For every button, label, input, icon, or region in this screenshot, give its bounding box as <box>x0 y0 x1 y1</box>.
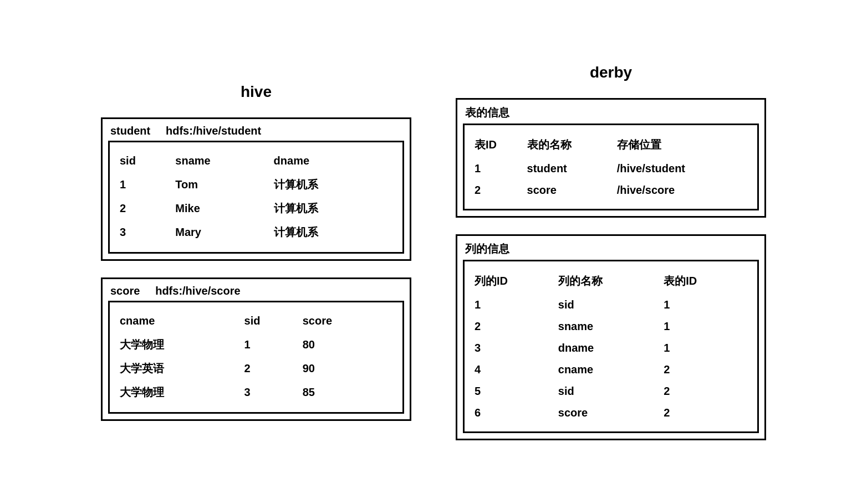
hive-student-col-sid: sid <box>120 150 175 173</box>
table-cell: 计算机系 <box>274 220 392 244</box>
table-cell: 2 <box>664 402 747 424</box>
table-cell: 2 <box>475 179 527 201</box>
derby-tableinfo-col-name: 表的名称 <box>527 133 617 158</box>
table-cell: 1 <box>664 294 747 316</box>
table-cell: sname <box>558 316 664 337</box>
hive-section: hive student hdfs:/hive/student sid snam… <box>101 83 411 421</box>
table-cell: 5 <box>475 380 558 402</box>
table-cell: 1 <box>244 333 303 357</box>
table-cell: 2 <box>244 357 303 380</box>
derby-tableinfo-outer-box: 表的信息 表ID 表的名称 存储位置 1student/hive/student… <box>456 98 766 218</box>
table-cell: sid <box>558 294 664 316</box>
table-row: 大学物理180 <box>120 333 392 357</box>
table-cell: /hive/student <box>617 158 747 179</box>
table-cell: student <box>527 158 617 179</box>
hive-score-header-row: cname sid score <box>120 310 392 333</box>
table-cell: 2 <box>664 359 747 380</box>
table-row: 3Mary计算机系 <box>120 220 392 244</box>
table-cell: 2 <box>120 197 175 220</box>
hive-student-table: sid sname dname 1Tom计算机系2Mike计算机系3Mary计算… <box>120 150 392 244</box>
table-cell: 2 <box>664 380 747 402</box>
table-row: 4cname2 <box>475 359 747 380</box>
derby-colinfo-outer-box: 列的信息 列的ID 列的名称 表的ID 1sid12sname13dname14… <box>456 234 766 440</box>
derby-tableinfo-col-id: 表ID <box>475 133 527 158</box>
table-row: 2sname1 <box>475 316 747 337</box>
table-row: 5sid2 <box>475 380 747 402</box>
hive-student-group: student hdfs:/hive/student sid sname dna… <box>101 117 411 261</box>
hive-student-outer-box: student hdfs:/hive/student sid sname dna… <box>101 117 411 261</box>
table-cell: 6 <box>475 402 558 424</box>
derby-tableinfo-group: 表的信息 表ID 表的名称 存储位置 1student/hive/student… <box>456 98 766 218</box>
derby-tableinfo-inner-box: 表ID 表的名称 存储位置 1student/hive/student2scor… <box>463 124 759 210</box>
table-cell: 1 <box>664 316 747 337</box>
table-row: 大学英语290 <box>120 357 392 380</box>
table-row: 2score/hive/score <box>475 179 747 201</box>
table-cell: 1 <box>664 337 747 359</box>
hive-score-col-cname: cname <box>120 310 244 333</box>
hive-student-header-row: sid sname dname <box>120 150 392 173</box>
table-cell: 80 <box>303 333 392 357</box>
hive-score-group: score hdfs:/hive/score cname sid score 大… <box>101 277 411 421</box>
hive-score-table: cname sid score 大学物理180大学英语290大学物理385 <box>120 310 392 404</box>
table-cell: 大学英语 <box>120 357 244 380</box>
derby-title: derby <box>590 64 632 81</box>
derby-colinfo-table: 列的ID 列的名称 表的ID 1sid12sname13dname14cname… <box>475 269 747 424</box>
derby-tableinfo-label: 表的信息 <box>463 105 759 120</box>
derby-colinfo-label: 列的信息 <box>463 241 759 256</box>
table-cell: sid <box>558 380 664 402</box>
table-cell: 1 <box>120 173 175 197</box>
table-row: 2Mike计算机系 <box>120 197 392 220</box>
hive-score-inner-box: cname sid score 大学物理180大学英语290大学物理385 <box>108 301 404 414</box>
table-cell: /hive/score <box>617 179 747 201</box>
derby-colinfo-header-row: 列的ID 列的名称 表的ID <box>475 269 747 294</box>
derby-tableinfo-table: 表ID 表的名称 存储位置 1student/hive/student2scor… <box>475 133 747 201</box>
table-cell: 计算机系 <box>274 197 392 220</box>
derby-colinfo-group: 列的信息 列的ID 列的名称 表的ID 1sid12sname13dname14… <box>456 234 766 440</box>
derby-colinfo-col-id: 列的ID <box>475 269 558 294</box>
table-cell: Mary <box>175 220 273 244</box>
table-row: 6score2 <box>475 402 747 424</box>
derby-colinfo-col-name: 列的名称 <box>558 269 664 294</box>
table-row: 1Tom计算机系 <box>120 173 392 197</box>
derby-colinfo-col-tableid: 表的ID <box>664 269 747 294</box>
derby-colinfo-inner-box: 列的ID 列的名称 表的ID 1sid12sname13dname14cname… <box>463 260 759 433</box>
table-cell: 1 <box>475 158 527 179</box>
table-cell: score <box>558 402 664 424</box>
table-cell: 85 <box>303 380 392 404</box>
table-cell: 1 <box>475 294 558 316</box>
derby-tableinfo-col-path: 存储位置 <box>617 133 747 158</box>
table-cell: 2 <box>475 316 558 337</box>
hive-score-label: score hdfs:/hive/score <box>108 285 404 297</box>
derby-tableinfo-header-row: 表ID 表的名称 存储位置 <box>475 133 747 158</box>
hive-student-inner-box: sid sname dname 1Tom计算机系2Mike计算机系3Mary计算… <box>108 141 404 254</box>
table-cell: 3 <box>244 380 303 404</box>
table-row: 1student/hive/student <box>475 158 747 179</box>
hive-score-col-score: score <box>303 310 392 333</box>
hive-title: hive <box>241 83 272 101</box>
table-cell: 3 <box>120 220 175 244</box>
table-cell: score <box>527 179 617 201</box>
hive-score-col-sid: sid <box>244 310 303 333</box>
derby-section: derby 表的信息 表ID 表的名称 存储位置 1student/hive/s… <box>456 64 766 440</box>
table-cell: 3 <box>475 337 558 359</box>
table-cell: Mike <box>175 197 273 220</box>
hive-student-label: student hdfs:/hive/student <box>108 125 404 137</box>
table-cell: 90 <box>303 357 392 380</box>
table-cell: 计算机系 <box>274 173 392 197</box>
hive-student-col-dname: dname <box>274 150 392 173</box>
table-cell: 大学物理 <box>120 333 244 357</box>
table-cell: 4 <box>475 359 558 380</box>
table-row: 1sid1 <box>475 294 747 316</box>
table-cell: dname <box>558 337 664 359</box>
table-cell: 大学物理 <box>120 380 244 404</box>
table-row: 大学物理385 <box>120 380 392 404</box>
table-cell: Tom <box>175 173 273 197</box>
hive-score-outer-box: score hdfs:/hive/score cname sid score 大… <box>101 277 411 421</box>
table-cell: cname <box>558 359 664 380</box>
table-row: 3dname1 <box>475 337 747 359</box>
hive-student-col-sname: sname <box>175 150 273 173</box>
